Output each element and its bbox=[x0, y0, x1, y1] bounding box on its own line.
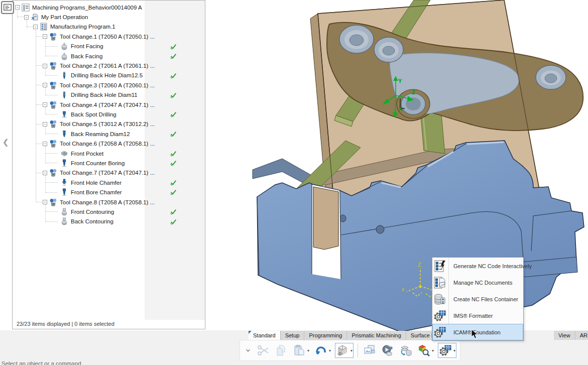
expand-toggle-icon[interactable]: - bbox=[43, 34, 47, 39]
expand-toggle-icon[interactable]: - bbox=[43, 83, 47, 87]
tree-guide-line bbox=[46, 114, 58, 114]
menu-item-manage-nc-documents[interactable]: Manage NC Documents bbox=[432, 274, 523, 291]
tree-item-my-part-operation[interactable]: -My Part Operation bbox=[13, 12, 205, 22]
tree-guide-line bbox=[36, 65, 42, 66]
status-bar-message: Select an object or a command bbox=[2, 360, 81, 365]
dropdown-arrow-icon[interactable]: ▾ bbox=[453, 348, 455, 353]
chamfer-icon bbox=[60, 179, 68, 187]
icam-tools-button[interactable]: ▾ bbox=[438, 343, 456, 358]
dropdown-arrow-icon[interactable]: ▾ bbox=[432, 348, 434, 353]
expand-toggle-icon[interactable]: - bbox=[43, 64, 47, 68]
tree-guide-line bbox=[36, 36, 42, 37]
application-window: Y Z X Z x -Machining Programs_Behavior00… bbox=[0, 0, 588, 365]
tree-guide-line bbox=[18, 17, 24, 17]
dropdown-arrow-icon[interactable]: ▾ bbox=[329, 348, 331, 353]
tree-item-front-hole-chamfer[interactable]: Front Hole Chamfer bbox=[13, 178, 205, 187]
dropdown-arrow-icon[interactable]: ▾ bbox=[307, 348, 309, 353]
process-tree: -Machining Programs_Behavior00014009 A-M… bbox=[13, 3, 205, 226]
undo-button[interactable]: ▾ bbox=[313, 343, 332, 358]
paste-button[interactable]: ▾ bbox=[292, 343, 310, 358]
expand-toggle-icon[interactable]: - bbox=[43, 102, 47, 107]
tab-standard[interactable]: Standard bbox=[249, 331, 281, 340]
svg-text:x: x bbox=[402, 287, 404, 292]
tree-status-text: 23/23 items displayed | 0 items selected bbox=[17, 321, 114, 327]
tree-item-front-counter-boring[interactable]: Front Counter Boring bbox=[13, 158, 205, 168]
nc-container-icon-icon bbox=[433, 293, 446, 306]
tab-prismatic-machining[interactable]: Prismatic Machining bbox=[347, 331, 406, 340]
tree-item-label: Front Facing bbox=[71, 43, 103, 49]
tree-item-label: Front Hole Chamfer bbox=[71, 180, 122, 186]
tree-item-front-contouring[interactable]: Front Contouring bbox=[13, 207, 205, 216]
tree-item-back-reaming-diam12[interactable]: Back Reaming Diam12 bbox=[13, 129, 205, 139]
display-style-button[interactable]: ▾ bbox=[335, 343, 354, 358]
menu-item-ims-formatter[interactable]: IMS® Formatter bbox=[432, 307, 523, 324]
contouring-icon bbox=[60, 217, 68, 225]
tree-item-label: Tool Change.7 (T2047 A (T2047.1) ... bbox=[60, 170, 155, 176]
mouse-cursor bbox=[471, 329, 479, 340]
tree-item-machining-programs-behavior00014009-a[interactable]: -Machining Programs_Behavior00014009 A bbox=[13, 3, 205, 12]
tree-item-drilling-back-hole-diam12-5[interactable]: Drilling Back Hole Diam12.5 bbox=[13, 71, 205, 80]
data-exchange-button[interactable] bbox=[398, 343, 413, 358]
data-sync-icon bbox=[399, 344, 412, 357]
tree-item-front-bore-chamfer[interactable]: Front Bore Chamfer bbox=[13, 187, 205, 197]
tree-item-back-facing[interactable]: Back Facing bbox=[13, 51, 205, 61]
expand-toggle-icon[interactable]: - bbox=[15, 5, 20, 10]
part-hole-counterbore-2 bbox=[374, 37, 403, 62]
tree-item-label: Front Counter Boring bbox=[71, 160, 125, 166]
tree-item-label: Tool Change.6 (T2058 A (T2058.1) ... bbox=[60, 141, 155, 147]
collapse-toolbar-button[interactable] bbox=[244, 343, 253, 358]
computed-check-icon bbox=[170, 208, 177, 215]
tree-item-label: Tool Change.5 (T3012 A (T3012.2) ... bbox=[60, 121, 155, 127]
tab-view[interactable]: View bbox=[554, 331, 575, 340]
simulate-button[interactable] bbox=[380, 343, 395, 358]
panel-collapse-chevron-icon[interactable]: ❮ bbox=[3, 138, 9, 147]
computed-check-icon bbox=[170, 160, 177, 167]
expand-toggle-icon[interactable]: - bbox=[43, 171, 47, 175]
tree-guide-line bbox=[45, 68, 46, 75]
menu-item-create-nc-files-container[interactable]: Create NC Files Container bbox=[432, 291, 523, 307]
tree-panel-toggle-button[interactable] bbox=[1, 1, 14, 14]
stock-in-slot[interactable] bbox=[313, 187, 338, 250]
tree-item-back-contouring[interactable]: Back Contouring bbox=[13, 217, 205, 226]
tab-ar-vr[interactable]: AR-VR bbox=[575, 331, 588, 340]
tab-programming[interactable]: Programming bbox=[304, 331, 347, 340]
tree-item-label: Back Spot Drilling bbox=[71, 111, 116, 117]
counter-boring-icon bbox=[60, 159, 68, 167]
tree-guide-line bbox=[36, 85, 42, 85]
dropdown-arrow-icon[interactable]: ▾ bbox=[350, 348, 352, 353]
contouring-icon bbox=[60, 208, 68, 216]
computed-check-icon bbox=[170, 72, 177, 79]
copy-button[interactable] bbox=[274, 343, 289, 358]
tree-guide-line bbox=[46, 163, 58, 163]
tree-guide-line bbox=[36, 173, 42, 173]
tree-item-drilling-back-hole-diam11[interactable]: Drilling Back Hole Diam11 bbox=[13, 90, 205, 100]
tree-item-front-pocket[interactable]: Front Pocket bbox=[13, 149, 205, 158]
tree-guide-line bbox=[46, 56, 58, 56]
tree-guide-line bbox=[45, 39, 46, 56]
expand-toggle-icon[interactable]: - bbox=[33, 25, 38, 29]
nc-tools-context-menu: Generate NC Code InteractivelyManage NC … bbox=[432, 257, 524, 341]
capture-button[interactable] bbox=[362, 343, 377, 358]
tree-item-back-spot-drilling[interactable]: Back Spot Drilling bbox=[13, 109, 205, 119]
expand-toggle-icon[interactable]: - bbox=[43, 142, 47, 146]
tool-change-icon bbox=[49, 101, 57, 109]
menu-item-label: Generate NC Code Interactively bbox=[453, 263, 532, 269]
computed-check-icon bbox=[170, 179, 177, 186]
tree-item-manufacturing-program-1[interactable]: -Manufacturing Program.1 bbox=[13, 22, 205, 32]
part-operation-icon bbox=[31, 13, 39, 21]
menu-item-generate-nc-code-interactively[interactable]: Generate NC Code Interactively bbox=[432, 258, 523, 274]
tree-item-front-facing[interactable]: Front Facing bbox=[13, 42, 205, 51]
nc-code-icon-icon bbox=[433, 260, 446, 273]
tab-setup[interactable]: Setup bbox=[281, 331, 305, 340]
tree-guide-line bbox=[45, 204, 46, 222]
tool-change-icon bbox=[49, 81, 57, 89]
cut-button[interactable] bbox=[256, 343, 271, 358]
tree-item-label: Drilling Back Hole Diam11 bbox=[71, 92, 138, 98]
search-button[interactable]: ▾ bbox=[416, 343, 435, 358]
tree-guide-line bbox=[46, 182, 58, 183]
expand-toggle-icon[interactable]: - bbox=[43, 200, 47, 204]
menu-item-label: IMS® Formatter bbox=[453, 313, 493, 319]
tree-item-label: Tool Change.4 (T2047 A (T2047.1) ... bbox=[60, 102, 155, 108]
expand-toggle-icon[interactable]: - bbox=[43, 122, 47, 127]
expand-toggle-icon[interactable]: - bbox=[24, 15, 29, 20]
